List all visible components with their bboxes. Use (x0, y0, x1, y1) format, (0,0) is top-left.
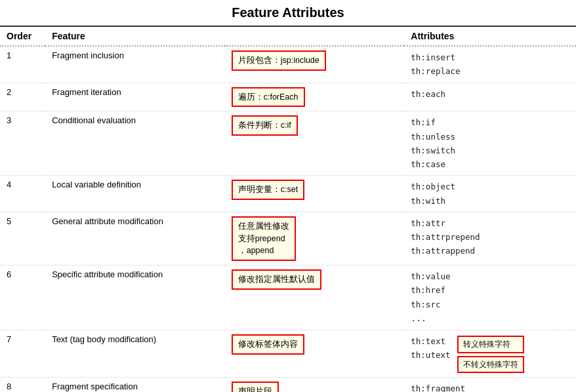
cell-attrs: th:textth:utext转义特殊字符不转义特殊字符 (404, 330, 576, 378)
table-row: 1Fragment inclusion片段包含：jsp:includeth:in… (0, 46, 576, 83)
table-row: 8Fragment specification声明片段th:fragment (0, 378, 576, 392)
attr-value: th:object (411, 180, 569, 193)
cell-order: 2 (0, 83, 45, 111)
attr-value: th:unless (411, 130, 569, 144)
cell-feature: Conditional evaluation (45, 111, 225, 176)
table-row: 6Specific attribute modification修改指定属性默认… (0, 265, 576, 330)
cell-feature: Text (tag body modification) (45, 330, 225, 378)
cell-note: 片段包含：jsp:include (225, 46, 405, 83)
col-header-feature: Feature (45, 27, 225, 46)
note-box: 修改指定属性默认值 (232, 269, 321, 290)
cell-note: 条件判断：c:if (225, 111, 405, 176)
cell-note: 遍历：c:forEach (225, 83, 405, 111)
table-row: 3Conditional evaluation条件判断：c:ifth:ifth:… (0, 111, 576, 176)
attr-value: th:switch (411, 144, 569, 157)
cell-feature: Local variable definition (45, 176, 225, 212)
note-box: 声明片段 (232, 382, 279, 392)
attr-value: th:attrappend (411, 244, 569, 258)
attr-value: th:href (411, 283, 569, 297)
cell-order: 1 (0, 46, 45, 83)
cell-attrs: th:objectth:with (404, 176, 576, 212)
col-header-attrs: Attributes (404, 27, 576, 46)
col-header-order: Order (0, 27, 45, 46)
attr-value: th:case (411, 157, 569, 171)
attr-value: th:text (411, 334, 450, 348)
note-box: 声明变量：c:set (232, 180, 304, 200)
cell-feature: General attribute modification (45, 212, 225, 265)
cell-note: 任意属性修改 支持prepend ，append (225, 212, 405, 265)
cell-note: 修改标签体内容 (225, 330, 405, 378)
note-box: 遍历：c:forEach (232, 87, 305, 108)
note-box: 任意属性修改 支持prepend ，append (232, 216, 296, 261)
cell-order: 3 (0, 111, 45, 176)
note-box: 修改标签体内容 (232, 334, 304, 355)
cell-order: 6 (0, 265, 45, 330)
cell-attrs: th:insertth:replace (404, 46, 576, 83)
cell-order: 5 (0, 212, 45, 265)
cell-attrs: th:ifth:unlessth:switchth:case (404, 111, 576, 176)
note-box: 条件判断：c:if (232, 115, 298, 136)
col-header-note (225, 27, 405, 46)
attr-value: ... (411, 311, 569, 326)
attr-note-box: 不转义特殊字符 (457, 356, 524, 374)
cell-order: 4 (0, 176, 45, 212)
table-row: 7Text (tag body modification)修改标签体内容th:t… (0, 330, 576, 378)
table-row: 2Fragment iteration遍历：c:forEachth:each (0, 83, 576, 111)
attr-value: th:attrprepend (411, 230, 569, 244)
note-box: 片段包含：jsp:include (232, 50, 326, 71)
attr-value: th:insert (411, 50, 569, 64)
attr-value: th:utext (411, 348, 450, 362)
attr-value: th:fragment (411, 382, 569, 392)
cell-feature: Fragment specification (45, 378, 225, 392)
cell-order: 8 (0, 378, 45, 392)
attr-value: th:src (411, 298, 569, 311)
cell-attrs: th:fragment (404, 378, 576, 392)
cell-feature: Specific attribute modification (45, 265, 225, 330)
cell-feature: Fragment iteration (45, 83, 225, 111)
cell-attrs: th:each (404, 83, 576, 111)
attr-value: th:with (411, 194, 569, 208)
table-row: 5General attribute modification任意属性修改 支持… (0, 212, 576, 265)
cell-note: 修改指定属性默认值 (225, 265, 405, 330)
cell-attrs: th:valueth:hrefth:src... (404, 265, 576, 330)
attr-value: th:if (411, 115, 569, 129)
cell-note: 声明变量：c:set (225, 176, 405, 212)
page-title: Feature Attributes (0, 0, 576, 27)
attr-value: th:value (411, 269, 569, 283)
cell-note: 声明片段 (225, 378, 405, 392)
attr-value: th:each (411, 87, 569, 101)
table-row: 4Local variable definition声明变量：c:setth:o… (0, 176, 576, 212)
attr-value: th:replace (411, 64, 569, 78)
cell-order: 7 (0, 330, 45, 378)
attr-note-box: 转义特殊字符 (457, 336, 524, 353)
cell-feature: Fragment inclusion (45, 46, 225, 83)
cell-attrs: th:attrth:attrprependth:attrappend (404, 212, 576, 265)
attr-value: th:attr (411, 216, 569, 230)
